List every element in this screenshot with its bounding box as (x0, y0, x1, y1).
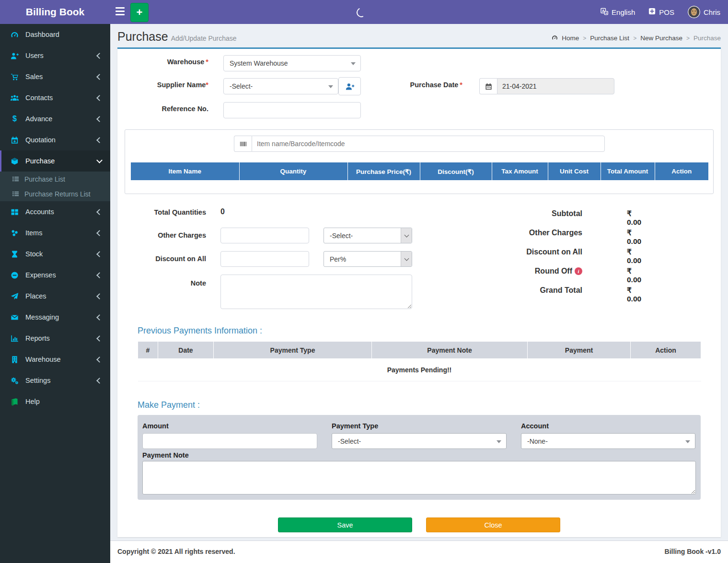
sidebar-item-help[interactable]: Help (0, 391, 110, 412)
pay-col-number: # (138, 342, 158, 359)
sidebar-item-reports[interactable]: Reports (0, 328, 110, 349)
content-header: PurchaseAdd/Update Purchase Home > Purch… (110, 24, 728, 47)
account-selected-value: -None- (527, 437, 548, 445)
sidebar-item-label: Purchase (25, 157, 97, 165)
required-asterisk: * (460, 81, 462, 89)
save-button[interactable]: Save (278, 517, 412, 532)
breadcrumb-home[interactable]: Home (562, 34, 579, 42)
breadcrumb-new-purchase[interactable]: New Purchase (640, 34, 682, 42)
make-payment-section: Make Payment : Amount Payment Type -Sele… (138, 400, 701, 500)
sidebar-item-purchase-returns-list[interactable]: Purchase Returns List (0, 186, 110, 201)
subtotal-label: Subtotal (405, 209, 582, 218)
totals-section: Total Quantities 0 Other Charges -Select… (117, 203, 721, 318)
account-select[interactable]: -None- (521, 433, 695, 449)
breadcrumb-separator: > (583, 35, 586, 42)
subtotal-value: ₹ 0.00 (627, 209, 641, 227)
col-tax-amount: Tax Amount (492, 162, 548, 180)
top-navbar: Billing Book + Aa English POS Chris (0, 0, 728, 24)
reference-no-input[interactable] (223, 102, 361, 118)
sidebar-item-label: Stock (25, 250, 97, 258)
page-title-text: Purchase (117, 30, 168, 43)
reference-no-label: Reference No. (117, 105, 208, 113)
chevron-left-icon (96, 251, 103, 257)
amount-label: Amount (142, 422, 169, 430)
sidebar-item-label: Quotation (25, 136, 97, 144)
minus-circle-icon (11, 271, 19, 279)
quick-add-button[interactable]: + (130, 3, 149, 22)
sidebar-item-users[interactable]: Users (0, 45, 110, 66)
sidebar-item-sales[interactable]: Sales (0, 66, 110, 87)
supplier-name-label: Supplier Name* (117, 81, 208, 89)
make-payment-heading: Make Payment : (138, 400, 701, 410)
chevron-left-icon (96, 314, 103, 321)
home-icon (552, 34, 558, 42)
hourglass-icon (11, 250, 19, 258)
language-menu[interactable]: Aa English (601, 8, 635, 17)
close-button[interactable]: Close (426, 517, 560, 532)
chevron-left-icon (96, 356, 103, 363)
pos-plus-icon (648, 8, 656, 16)
previous-payments-section: Previous Payments Information : # Date P… (138, 326, 701, 381)
shopping-cart-icon (11, 73, 19, 81)
breadcrumb-separator: > (686, 35, 690, 42)
pay-col-payment: Payment (528, 342, 631, 359)
calendar-plus-icon (11, 136, 19, 144)
sidebar-item-items[interactable]: Items (0, 222, 110, 243)
total-quantities-value: 0 (220, 207, 225, 216)
sidebar-item-settings[interactable]: Settings (0, 370, 110, 391)
breadcrumb: Home > Purchase List > New Purchase > Pu… (552, 34, 721, 42)
app-logo[interactable]: Billing Book (0, 0, 110, 24)
paper-plane-icon (11, 292, 19, 300)
col-unit-cost: Unit Cost (548, 162, 601, 180)
other-charges-input[interactable] (220, 228, 309, 243)
chevron-down-icon (96, 157, 103, 163)
amount-input[interactable] (142, 433, 317, 449)
breadcrumb-purchase-list[interactable]: Purchase List (590, 34, 629, 42)
purchase-date-input[interactable] (497, 78, 614, 94)
info-icon[interactable]: i (575, 267, 582, 275)
sidebar-item-label: Users (25, 52, 97, 59)
discount-on-all-select[interactable]: Per% (324, 251, 412, 267)
chevron-left-icon (96, 53, 103, 59)
list-icon (12, 190, 19, 197)
payment-type-label: Payment Type (332, 422, 378, 430)
sidebar-item-messaging[interactable]: Messaging (0, 307, 110, 328)
sidebar-item-purchase[interactable]: Purchase (0, 150, 110, 172)
contacts-group-icon (11, 94, 19, 102)
sidebar-item-label: Help (25, 398, 104, 405)
discount-selected-value: Per% (330, 255, 346, 263)
user-plus-icon (11, 52, 19, 60)
purchase-form-card: Warehouse* System Warehouse Supplier Nam… (117, 47, 721, 537)
sidebar-item-accounts[interactable]: Accounts (0, 201, 110, 222)
other-charges-select[interactable]: -Select- (324, 228, 412, 243)
grid-icon (11, 208, 19, 216)
warehouse-select[interactable]: System Warehouse (223, 55, 361, 71)
other-charges-total-label: Other Charges (405, 229, 582, 237)
payment-type-select[interactable]: -Select- (332, 433, 507, 449)
col-item-name: Item Name (131, 162, 239, 180)
payment-note-textarea[interactable] (142, 461, 696, 494)
note-textarea[interactable] (220, 275, 412, 309)
item-search-input[interactable] (252, 136, 605, 152)
sidebar-item-purchase-list[interactable]: Purchase List (0, 172, 110, 186)
sidebar-item-expenses[interactable]: Expenses (0, 264, 110, 286)
pos-menu[interactable]: POS (648, 8, 674, 16)
discount-on-all-input[interactable] (220, 251, 309, 267)
sidebar-item-label: Dashboard (25, 31, 104, 38)
purchase-cube-icon (11, 157, 19, 165)
user-menu[interactable]: Chris (688, 6, 720, 18)
sidebar-item-quotation[interactable]: Quotation (0, 129, 110, 150)
calendar-icon[interactable] (479, 78, 497, 94)
payment-type-selected-value: -Select- (338, 437, 361, 445)
sidebar-item-advance[interactable]: $ Advance (0, 108, 110, 129)
supplier-selected-value: -Select- (230, 82, 253, 90)
sidebar-item-contacts[interactable]: Contacts (0, 87, 110, 108)
sidebar-item-warehouse[interactable]: Warehouse (0, 349, 110, 370)
sidebar-item-places[interactable]: Places (0, 286, 110, 307)
sidebar-item-stock[interactable]: Stock (0, 243, 110, 264)
hamburger-menu-icon[interactable] (116, 7, 125, 17)
sidebar-item-label: Messaging (25, 313, 97, 321)
sidebar-item-dashboard[interactable]: Dashboard (0, 24, 110, 45)
sidebar-item-label: Reports (25, 334, 97, 342)
col-purchase-price: Purchase Price(₹) (347, 162, 420, 180)
